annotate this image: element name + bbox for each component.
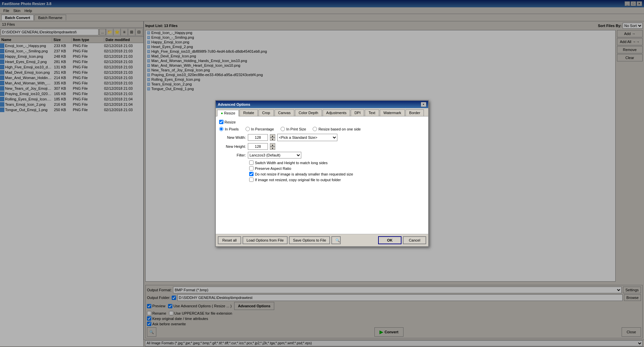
modal-tab-rotate[interactable]: Rotate <box>239 109 258 116</box>
new-height-row: New Height: ▲ ▼ <box>219 143 425 150</box>
resize-section: Resize In Pixels In Percentage In Print … <box>219 120 425 182</box>
footer-left-buttons: Reset all Load Options from File Save Op… <box>218 236 341 244</box>
cancel-button[interactable]: Cancel <box>403 236 426 244</box>
modal-tab-canvas[interactable]: Canvas <box>275 109 294 116</box>
width-spin-up[interactable]: ▲ <box>270 134 275 137</box>
ok-button[interactable]: OK <box>378 236 401 244</box>
copy-original-label[interactable]: If image not resized, copy original file… <box>249 178 425 182</box>
modal-title-bar: Advanced Options ✕ <box>216 101 428 108</box>
height-spin-up[interactable]: ▲ <box>270 143 275 146</box>
copy-original-checkbox[interactable] <box>249 178 254 182</box>
modal-tab-color-depth[interactable]: Color Depth <box>295 109 322 116</box>
modal-tab-watermark[interactable]: Watermark <box>380 109 405 116</box>
modal-overlay: Advanced Options ✕ ● ResizeRotateCropCan… <box>0 0 644 347</box>
radio-one-side-input[interactable] <box>313 127 317 131</box>
modal-footer: Reset all Load Options from File Save Op… <box>216 234 428 246</box>
new-height-label: New Height: <box>219 144 246 148</box>
no-resize-smaller-checkbox[interactable] <box>249 172 254 176</box>
footer-right-buttons: OK Cancel <box>378 236 426 244</box>
radio-in-print-size-input[interactable] <box>281 127 285 131</box>
height-spin-down[interactable]: ▼ <box>270 146 275 150</box>
new-width-label: New Width: <box>219 135 246 139</box>
modal-close-button[interactable]: ✕ <box>421 102 426 107</box>
preserve-aspect-checkbox[interactable] <box>249 166 254 170</box>
advanced-options-modal: Advanced Options ✕ ● ResizeRotateCropCan… <box>215 100 429 247</box>
no-resize-smaller-label[interactable]: Do not resize if image is already smalle… <box>249 172 425 176</box>
modal-tab-adjustments[interactable]: Adjustments <box>323 109 350 116</box>
resize-mode-group: In Pixels In Percentage In Print Size Re… <box>219 127 425 131</box>
radio-in-pixels[interactable]: In Pixels <box>219 127 239 131</box>
save-options-button[interactable]: Save Options to File <box>289 236 330 244</box>
modal-tab-dpi[interactable]: DPI <box>351 109 364 116</box>
load-options-button[interactable]: Load Options from File <box>243 236 288 244</box>
modal-tab-text[interactable]: Text <box>365 109 379 116</box>
preserve-aspect-label[interactable]: Preserve Aspect Ratio <box>249 166 425 170</box>
new-width-row: New Width: ▲ ▼ <Pick a Standard Size> 12… <box>219 134 425 141</box>
switch-wh-checkbox[interactable] <box>249 160 254 165</box>
height-spinner: ▲ ▼ <box>270 143 275 150</box>
filter-label: Filter: <box>219 153 246 157</box>
resize-enable-label[interactable]: Resize <box>219 120 425 124</box>
modal-tab-resize[interactable]: ● Resize <box>217 110 239 116</box>
modal-tab-crop[interactable]: Crop <box>259 109 274 116</box>
filter-select[interactable]: Lanczos3 (Default)BilinearBicubicBoxHerm… <box>248 152 301 158</box>
new-height-input[interactable] <box>248 143 268 150</box>
modal-tab-bar: ● ResizeRotateCropCanvasColor DepthAdjus… <box>216 108 428 116</box>
filter-row: Filter: Lanczos3 (Default)BilinearBicubi… <box>219 152 425 158</box>
standard-size-select[interactable]: <Pick a Standard Size> 128x128 256x256 5… <box>277 134 337 141</box>
width-spinner: ▲ ▼ <box>270 134 275 141</box>
radio-in-print-size[interactable]: In Print Size <box>281 127 306 131</box>
magnify-button[interactable]: 🔍 <box>331 236 341 244</box>
modal-content: Resize In Pixels In Percentage In Print … <box>216 116 428 234</box>
switch-wh-label[interactable]: Switch Width and Height to match long si… <box>249 160 425 165</box>
radio-in-percentage[interactable]: In Percentage <box>246 127 274 131</box>
radio-in-pixels-input[interactable] <box>219 127 223 131</box>
modal-title: Advanced Options <box>218 102 250 106</box>
reset-all-button[interactable]: Reset all <box>218 236 241 244</box>
new-width-input[interactable] <box>248 134 268 141</box>
radio-one-side[interactable]: Resize based on one side <box>313 127 361 131</box>
modal-tab-border[interactable]: Border <box>406 109 424 116</box>
radio-in-percentage-input[interactable] <box>246 127 250 131</box>
resize-enable-checkbox[interactable] <box>219 120 223 124</box>
width-spin-down[interactable]: ▼ <box>270 137 275 141</box>
resize-options: Switch Width and Height to match long si… <box>249 160 425 182</box>
